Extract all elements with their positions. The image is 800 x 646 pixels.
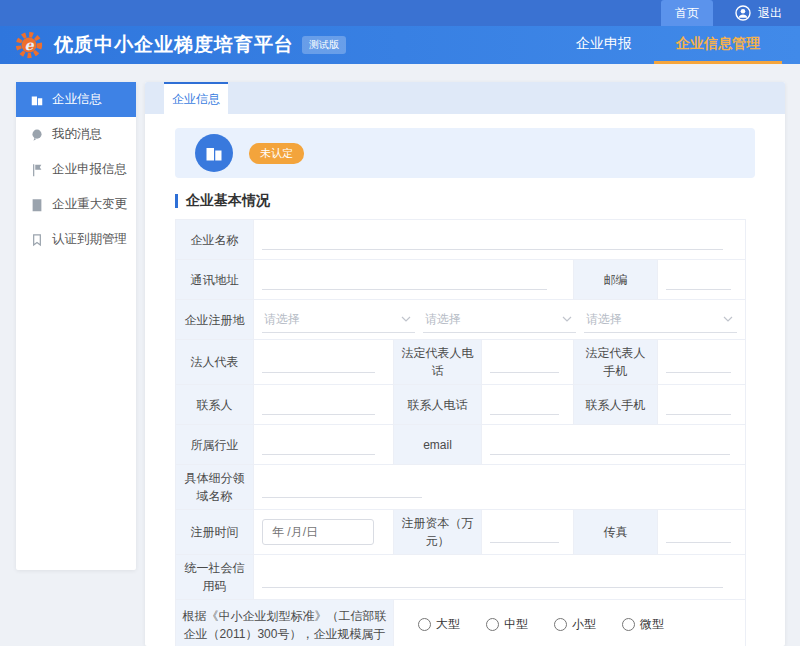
- logout-button[interactable]: 退出: [735, 5, 782, 22]
- contact-input[interactable]: [262, 394, 375, 415]
- message-icon: [30, 128, 44, 142]
- section-header: 企业基本情况: [175, 192, 755, 210]
- field-label-contact-phone: 联系人电话: [394, 385, 482, 425]
- form-row-address: 通讯地址 邮编: [176, 260, 746, 300]
- sidebar-item-label: 企业信息: [52, 91, 102, 108]
- register-place-city-select[interactable]: 请选择: [423, 307, 576, 333]
- form-row-credit-code: 统一社会信用码: [176, 555, 746, 600]
- sidebar-item-label: 认证到期管理: [52, 231, 127, 248]
- register-place-selects: 请选择 请选择 请选择: [262, 307, 737, 333]
- legal-rep-mobile-input[interactable]: [666, 352, 731, 373]
- version-badge: 测试版: [302, 36, 346, 54]
- form-row-subfield: 具体细分领域名称: [176, 465, 746, 510]
- scale-radio-group: 大型 中型 小型 微型: [402, 616, 737, 633]
- sidebar-item-enterprise-info[interactable]: 企业信息: [16, 82, 136, 117]
- form-row-register-time: 注册时间 注册资本（万元） 传真: [176, 510, 746, 555]
- building-icon: [30, 93, 44, 107]
- app-header: e 优质中小企业梯度培育平台 测试版 企业申报 企业信息管理: [0, 26, 800, 64]
- field-label-legal-rep-mobile: 法定代表人手机: [574, 340, 658, 385]
- scale-radio-medium[interactable]: 中型: [486, 616, 528, 633]
- sidebar-item-cert-expiry[interactable]: 认证到期管理: [16, 222, 136, 257]
- scale-radio-large[interactable]: 大型: [418, 616, 460, 633]
- select-placeholder: 请选择: [425, 311, 461, 328]
- radio-label: 微型: [640, 616, 664, 633]
- field-label-credit-code: 统一社会信用码: [176, 555, 254, 600]
- field-label-fax: 传真: [574, 510, 658, 555]
- bookmark-icon: [30, 233, 44, 247]
- fax-input[interactable]: [666, 522, 731, 543]
- enterprise-avatar: [195, 134, 233, 172]
- top-utility-bar: 首页 退出: [0, 0, 800, 26]
- radio-button[interactable]: [622, 618, 635, 631]
- building-icon: [204, 143, 224, 163]
- radio-label: 中型: [504, 616, 528, 633]
- tab-strip: 企业信息: [145, 82, 785, 114]
- register-place-district-select[interactable]: 请选择: [584, 307, 737, 333]
- tab-enterprise-info[interactable]: 企业信息: [164, 82, 228, 114]
- legal-rep-input[interactable]: [262, 352, 375, 373]
- field-label-legal-rep-phone: 法定代表人电话: [394, 340, 482, 385]
- register-place-province-select[interactable]: 请选择: [262, 307, 415, 333]
- contact-phone-input[interactable]: [490, 394, 559, 415]
- app-logo-gear-icon: e: [14, 30, 44, 60]
- subfield-input[interactable]: [262, 477, 422, 498]
- radio-button[interactable]: [486, 618, 499, 631]
- radio-button[interactable]: [554, 618, 567, 631]
- form-row-industry: 所属行业 email: [176, 425, 746, 465]
- field-label-address: 通讯地址: [176, 260, 254, 300]
- select-placeholder: 请选择: [264, 311, 300, 328]
- form-row-register-place: 企业注册地 请选择 请选择 请选择: [176, 300, 746, 340]
- select-placeholder: 请选择: [586, 311, 622, 328]
- form-row-legal-rep: 法人代表 法定代表人电话 法定代表人手机: [176, 340, 746, 385]
- change-doc-icon: [30, 198, 44, 212]
- sidebar-item-major-change[interactable]: 企业重大变更: [16, 187, 136, 222]
- enterprise-status-banner: 未认定: [175, 128, 755, 178]
- field-label-register-time: 注册时间: [176, 510, 254, 555]
- contact-mobile-input[interactable]: [666, 394, 731, 415]
- company-name-input[interactable]: [262, 229, 723, 250]
- field-label-register-place: 企业注册地: [176, 300, 254, 340]
- main-nav: 企业申报 企业信息管理: [554, 26, 782, 64]
- address-input[interactable]: [262, 269, 547, 290]
- register-date-input[interactable]: [262, 519, 374, 545]
- radio-button[interactable]: [418, 618, 431, 631]
- field-label-scale-question: 根据《中小企业划型标准》（工信部联企业（2011）300号），企业规模属于: [176, 600, 394, 646]
- chevron-down-icon: [723, 316, 733, 322]
- sidebar-item-label: 企业申报信息: [52, 161, 127, 178]
- user-avatar-icon: [735, 5, 751, 21]
- sidebar-item-my-messages[interactable]: 我的消息: [16, 117, 136, 152]
- declare-icon: [30, 163, 44, 177]
- app-title: 优质中小企业梯度培育平台: [54, 32, 294, 58]
- field-label-subfield: 具体细分领域名称: [176, 465, 254, 510]
- sidebar-item-label: 我的消息: [52, 126, 102, 143]
- field-label-industry: 所属行业: [176, 425, 254, 465]
- enterprise-basic-info-form: 企业名称 通讯地址 邮编 企业注册地 请选择: [175, 219, 746, 646]
- tab-content: 未认定 企业基本情况 企业名称 通讯地址 邮编: [145, 114, 785, 646]
- scale-radio-small[interactable]: 小型: [554, 616, 596, 633]
- credit-code-input[interactable]: [262, 567, 723, 588]
- register-capital-input[interactable]: [490, 522, 559, 543]
- postcode-input[interactable]: [666, 269, 731, 290]
- logout-label: 退出: [758, 5, 782, 22]
- nav-item-enterprise-declare[interactable]: 企业申报: [554, 26, 654, 64]
- field-label-company-name: 企业名称: [176, 220, 254, 260]
- sidebar: 企业信息 我的消息 企业申报信息 企业重大变更 认证到期管理: [16, 82, 136, 570]
- email-input[interactable]: [490, 434, 730, 455]
- page-body: 企业信息 我的消息 企业申报信息 企业重大变更 认证到期管理 企业信息: [0, 64, 800, 646]
- chevron-down-icon: [562, 316, 572, 322]
- nav-item-enterprise-info-manage[interactable]: 企业信息管理: [654, 26, 782, 64]
- section-title: 企业基本情况: [186, 192, 270, 210]
- industry-input[interactable]: [262, 434, 375, 455]
- form-row-contact: 联系人 联系人电话 联系人手机: [176, 385, 746, 425]
- scale-radio-micro[interactable]: 微型: [622, 616, 664, 633]
- form-row-company-name: 企业名称: [176, 220, 746, 260]
- legal-rep-phone-input[interactable]: [490, 352, 559, 373]
- field-label-legal-rep: 法人代表: [176, 340, 254, 385]
- chevron-down-icon: [401, 316, 411, 322]
- section-accent-bar: [175, 194, 178, 208]
- field-label-contact-mobile: 联系人手机: [574, 385, 658, 425]
- sidebar-item-declare-info[interactable]: 企业申报信息: [16, 152, 136, 187]
- field-label-email: email: [394, 425, 482, 465]
- home-button[interactable]: 首页: [661, 0, 713, 26]
- status-badge: 未认定: [249, 143, 304, 164]
